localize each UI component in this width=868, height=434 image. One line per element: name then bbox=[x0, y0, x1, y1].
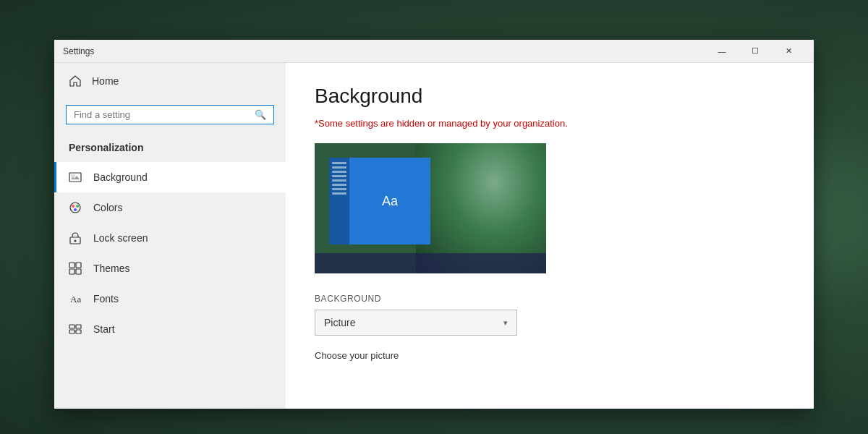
page-title: Background bbox=[315, 85, 785, 108]
dropdown-value: Picture bbox=[324, 317, 356, 328]
home-icon bbox=[69, 75, 82, 88]
main-panel: Background *Some settings are hidden or … bbox=[286, 63, 814, 409]
preview-aa-text: Aa bbox=[382, 194, 398, 209]
close-button[interactable]: ✕ bbox=[772, 40, 805, 63]
preview-sidebar-line bbox=[332, 162, 346, 164]
preview-sidebar-line bbox=[332, 166, 346, 169]
choose-picture-label: Choose your picture bbox=[315, 350, 785, 361]
preview-sidebar-line bbox=[332, 184, 346, 186]
preview-sidebar-line bbox=[332, 179, 346, 182]
search-input[interactable] bbox=[74, 109, 249, 120]
sidebar-item-background[interactable]: Background bbox=[54, 162, 286, 192]
colors-label: Colors bbox=[93, 202, 122, 213]
home-label: Home bbox=[92, 75, 119, 87]
sidebar-item-colors[interactable]: Colors bbox=[54, 192, 286, 223]
minimize-button[interactable]: — bbox=[705, 40, 739, 63]
window-body: Home 🔍 Personalization Backgr bbox=[54, 63, 814, 409]
search-icon: 🔍 bbox=[255, 109, 266, 120]
preview-sidebar-line bbox=[332, 171, 346, 173]
svg-rect-14 bbox=[76, 325, 81, 328]
svg-point-4 bbox=[76, 205, 79, 208]
search-box[interactable]: 🔍 bbox=[66, 105, 274, 124]
lock-screen-icon bbox=[69, 231, 82, 244]
preview-sidebar-line bbox=[332, 192, 346, 195]
svg-rect-13 bbox=[69, 325, 75, 328]
preview-sidebar bbox=[329, 158, 349, 244]
svg-text:Aa: Aa bbox=[70, 294, 81, 305]
background-label: Background bbox=[93, 171, 148, 183]
sidebar-item-lock-screen[interactable]: Lock screen bbox=[54, 223, 286, 253]
background-icon bbox=[69, 171, 82, 184]
chevron-down-icon: ▾ bbox=[503, 318, 508, 328]
title-bar: Settings — ☐ ✕ bbox=[54, 40, 814, 63]
fonts-label: Fonts bbox=[93, 293, 119, 305]
sidebar: Home 🔍 Personalization Backgr bbox=[54, 63, 286, 409]
fonts-icon: Aa bbox=[69, 292, 82, 305]
svg-point-5 bbox=[74, 208, 77, 211]
colors-icon bbox=[69, 201, 82, 214]
window-title: Settings bbox=[63, 46, 705, 56]
background-dropdown[interactable]: Picture ▾ bbox=[315, 310, 517, 336]
start-icon bbox=[69, 323, 82, 336]
window-controls: — ☐ ✕ bbox=[705, 40, 805, 63]
svg-point-7 bbox=[75, 240, 77, 242]
background-field-label: Background bbox=[315, 294, 785, 304]
sidebar-item-start[interactable]: Start bbox=[54, 314, 286, 344]
background-preview: Aa bbox=[315, 143, 546, 273]
svg-rect-15 bbox=[69, 330, 75, 333]
search-container: 🔍 bbox=[54, 99, 286, 136]
svg-rect-8 bbox=[69, 263, 75, 268]
sidebar-item-home[interactable]: Home bbox=[54, 63, 286, 99]
org-notice: *Some settings are hidden or managed by … bbox=[315, 118, 785, 129]
svg-rect-11 bbox=[76, 269, 81, 274]
settings-window: Settings — ☐ ✕ Home 🔍 bbox=[54, 40, 814, 409]
themes-icon bbox=[69, 262, 82, 275]
svg-point-3 bbox=[72, 205, 75, 208]
preview-sidebar-line bbox=[332, 188, 346, 190]
themes-label: Themes bbox=[93, 263, 130, 274]
preview-taskbar bbox=[315, 253, 546, 273]
lock-screen-label: Lock screen bbox=[93, 232, 148, 244]
sidebar-item-fonts[interactable]: Aa Fonts bbox=[54, 284, 286, 314]
start-label: Start bbox=[93, 323, 115, 335]
svg-rect-10 bbox=[69, 269, 75, 274]
svg-rect-16 bbox=[76, 330, 81, 333]
sidebar-item-themes[interactable]: Themes bbox=[54, 253, 286, 284]
maximize-button[interactable]: ☐ bbox=[739, 40, 772, 63]
preview-content: Aa bbox=[349, 158, 430, 244]
sidebar-section-personalization: Personalization bbox=[54, 136, 286, 162]
preview-sidebar-line bbox=[332, 175, 346, 177]
svg-rect-9 bbox=[76, 263, 81, 268]
